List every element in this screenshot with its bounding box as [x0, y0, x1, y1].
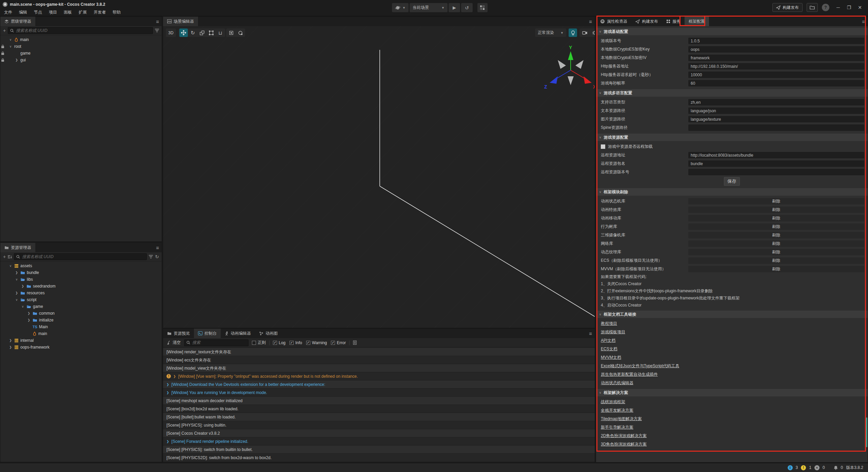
menu-item-8[interactable]: 帮助 [109, 8, 124, 16]
tree-node-seedrandom[interactable]: ❯seedrandom [0, 283, 162, 290]
maximize-button[interactable]: ❐ [844, 5, 854, 10]
filter-error[interactable]: ✓Error [331, 340, 346, 345]
link-全栈开发解决方案[interactable]: 全栈开发解决方案 [601, 408, 633, 413]
link-API文档[interactable]: API文档 [601, 338, 615, 343]
console-log-row[interactable]: [Window] render_texture文件夹存在 [163, 348, 595, 356]
tree-node-game[interactable]: game [0, 50, 162, 57]
console-log-row[interactable]: [Scene] [PHYSICS]: switch from builtin t… [163, 446, 595, 454]
assets-menu-icon[interactable]: ≡ [156, 243, 159, 252]
console-log-row[interactable]: [Scene] [box2d]:box2d wasm lib loaded. [163, 405, 595, 413]
remove-button-动画特效库[interactable]: 剔除 [688, 206, 864, 213]
filter-info[interactable]: ✓Info [290, 340, 302, 345]
section-header-框架文档工具链接[interactable]: ∨框架文档工具链接 [596, 311, 868, 318]
link-3D角色扮演游戏解决方案[interactable]: 3D角色扮演游戏解决方案 [601, 441, 647, 447]
chevron-right-icon[interactable]: ❯ [8, 346, 13, 349]
expand-chevron-icon[interactable]: ❯ [166, 437, 169, 446]
link-2D角色扮演游戏解决方案[interactable]: 2D角色扮演游戏解决方案 [601, 433, 647, 439]
chevron-right-icon[interactable]: ❯ [15, 271, 19, 274]
console-log-row[interactable]: ❯[Window] Download the Vue Devtools exte… [163, 380, 595, 389]
tab-framework-config[interactable]: 框架配置 [685, 17, 709, 26]
tab-inspector[interactable]: 属性检查器 [596, 17, 631, 26]
link-新手引导解决方案[interactable]: 新手引导解决方案 [601, 425, 633, 430]
chevron-right-icon[interactable]: ❯ [21, 284, 25, 288]
refresh-icon[interactable]: ↻ [155, 254, 159, 259]
tree-node-main[interactable]: TSMain [0, 323, 162, 330]
section-header-游戏基础配置[interactable]: ∨游戏基础配置 [596, 28, 868, 35]
tree-node-game[interactable]: ∨game [0, 303, 162, 310]
section-header-游戏多语言配置[interactable]: ∨游戏多语言配置 [596, 89, 868, 97]
menu-item-2[interactable]: 编辑 [16, 8, 31, 16]
console-log-row[interactable]: [Scene] [PHYSICS2D]: switch from box2d-w… [163, 454, 595, 462]
tab-console[interactable]: 控制台 [194, 329, 221, 338]
chevron-right-icon[interactable]: ❯ [27, 312, 31, 315]
preview-target-select[interactable]: ▼ [392, 3, 409, 12]
tree-node-root[interactable]: ∨root [0, 43, 162, 50]
expand-chevron-icon[interactable]: ❯ [166, 380, 169, 389]
tab-service[interactable]: 服务 [662, 17, 685, 26]
field-input-游戏每秒帧率[interactable]: 60 [688, 80, 864, 86]
close-button[interactable]: ✕ [855, 5, 865, 10]
scene-menu-icon[interactable]: ≡ [589, 17, 592, 26]
remove-button-ECS（剔除后模板项目无法使用）[interactable]: 剔除 [688, 257, 864, 264]
console-log-row[interactable]: [Scene] [PHYSICS]: using builtin. [163, 421, 595, 429]
field-input-文本资源路径[interactable]: language/json [688, 107, 864, 114]
link-ECS文档[interactable]: ECS文档 [601, 346, 617, 352]
console-log-row[interactable]: [Window] ecs文件夹存在 [163, 356, 595, 364]
field-input-图片资源路径[interactable]: language/texture [688, 116, 864, 122]
bell-icon[interactable] [834, 466, 838, 470]
error-status-icon[interactable]: ✕ [814, 465, 820, 470]
section-header-框架解决方案[interactable]: ∨框架解决方案 [596, 389, 868, 396]
build-publish-button[interactable]: 构建发布 [772, 3, 803, 12]
tree-node-main[interactable]: main [0, 330, 162, 337]
inspector-menu-icon[interactable]: ≡ [862, 17, 865, 26]
chevron-right-icon[interactable]: ❯ [27, 318, 31, 322]
tree-node-bundle[interactable]: ❯bundle [0, 269, 162, 276]
chevron-down-icon[interactable]: ∨ [21, 305, 25, 308]
link-动画状态机编辑器[interactable]: 动画状态机编辑器 [601, 380, 633, 386]
info-status-icon[interactable]: i [788, 465, 793, 470]
menu-item-5[interactable]: 面板 [60, 8, 75, 16]
filter-icon[interactable] [155, 29, 159, 32]
chevron-down-icon[interactable]: ∨ [8, 38, 13, 41]
console-log-row[interactable]: ❯[Window] You are running Vue in develop… [163, 389, 595, 397]
chevron-down-icon[interactable]: ∨ [15, 278, 19, 281]
gizmo-tool-button[interactable]: ⊔ [216, 28, 224, 37]
field-input-游戏版本号[interactable]: 1.0.5 [688, 38, 864, 44]
menu-item-7[interactable]: 开发者 [90, 8, 109, 16]
clear-console-button[interactable]: 清空 [166, 340, 181, 346]
tree-node-common[interactable]: ❯common [0, 310, 162, 317]
field-input-支持语言类型[interactable]: zh,en [688, 99, 864, 105]
tree-node-initialize[interactable]: ❯initialize [0, 317, 162, 323]
filter-warning[interactable]: ✓Warning [306, 340, 327, 345]
field-input-远程资源地址[interactable]: http://localhost:8083/assets/bundle [688, 152, 864, 158]
field-input-Http服务器请求超时（毫秒）[interactable]: 10000 [688, 72, 864, 78]
tree-node-libs[interactable]: ∨libs [0, 276, 162, 283]
minimize-button[interactable]: ─ [833, 5, 843, 10]
regex-checkbox[interactable]: 正则 [252, 340, 266, 346]
tab-build[interactable]: 构建发布 [631, 17, 662, 26]
console-log-row[interactable]: [Scene] meshopt wasm decoder initialized [163, 397, 595, 405]
field-input-远程资源版本号[interactable] [688, 169, 864, 175]
expand-chevron-icon[interactable]: ❯ [166, 389, 169, 397]
section-header-框架模块剔除[interactable]: ∨框架模块剔除 [596, 188, 868, 196]
assets-search-input[interactable]: 搜索名称或 UUID [14, 253, 147, 260]
rect-tool-button[interactable] [207, 28, 215, 37]
tab-scene-editor[interactable]: 场景编辑器 [163, 17, 198, 26]
field-input-Spine资源路径[interactable] [688, 124, 864, 131]
expand-chevron-icon[interactable]: ❯ [173, 372, 176, 380]
rotate-tool-button[interactable]: ↻ [189, 28, 197, 37]
remove-button-网络库[interactable]: 剔除 [688, 240, 864, 247]
remove-button-动画状态机库[interactable]: 剔除 [688, 198, 864, 204]
tree-node-assets[interactable]: ∨assets [0, 262, 162, 269]
field-input-远程资源包名[interactable]: bundle [688, 160, 864, 167]
menu-item-4[interactable]: 项目 [45, 8, 60, 16]
tree-node-main[interactable]: ∨main [0, 36, 162, 43]
render-mode-select[interactable]: 正常渲染 ▼ [535, 28, 566, 37]
link-MVVM文档[interactable]: MVVM文档 [601, 355, 621, 360]
field-input-本地数据CryptoES加密IV[interactable]: framework [688, 55, 864, 61]
link-战棋游戏框架[interactable]: 战棋游戏框架 [601, 399, 625, 405]
scene-select[interactable]: 当前场景 ▼ [410, 3, 448, 12]
console-log-row[interactable]: ❯[Scene] Forward render pipeline initial… [163, 437, 595, 446]
remove-button-三维摄像机库[interactable]: 剔除 [688, 232, 864, 238]
create-asset-button[interactable]: + [3, 254, 6, 259]
